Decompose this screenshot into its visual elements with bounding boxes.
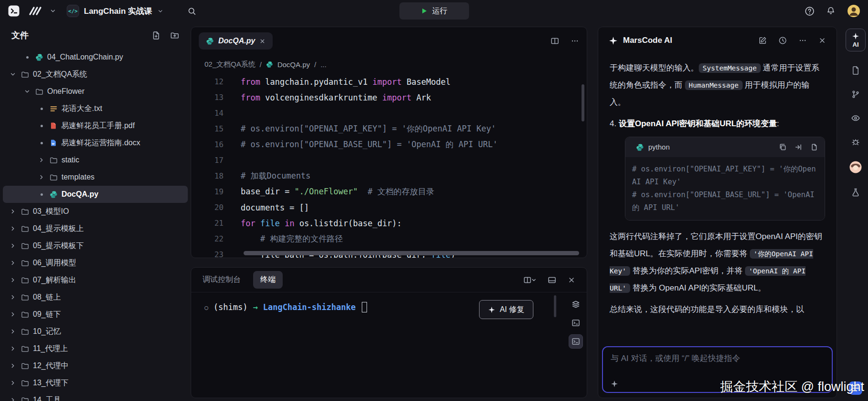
tree-item[interactable]: 08_链上: [3, 289, 188, 306]
tree-item[interactable]: 02_文档QA系统: [3, 66, 188, 83]
chevron-down-icon: [9, 71, 17, 78]
tree-item[interactable]: 06_调用模型: [3, 254, 188, 271]
panel-icon[interactable]: [548, 276, 556, 284]
tree-item[interactable]: templates: [3, 169, 188, 186]
compose-icon[interactable]: [758, 36, 767, 45]
activity-git-branch-button[interactable]: [851, 90, 860, 99]
python-icon: [35, 53, 43, 61]
folder-icon: [21, 345, 29, 353]
folder-icon: [21, 328, 29, 336]
editor-vertical-scrollbar[interactable]: [582, 84, 584, 121]
ai-paragraph: 于构建聊天模型的输入。SystemMessage 通常用于设置系统的角色或指令，…: [610, 60, 825, 111]
tree-item[interactable]: 03_模型IO: [3, 203, 188, 220]
tree-item[interactable]: 10_记忆: [3, 323, 188, 340]
workspace-logo-icon[interactable]: [27, 6, 43, 16]
terminal-scrollbar[interactable]: [554, 295, 556, 317]
layout-chev-icon[interactable]: [523, 276, 536, 284]
chevron-right-icon: [9, 345, 17, 352]
python-icon: [50, 190, 58, 199]
editor-horizontal-scrollbar[interactable]: [244, 251, 579, 255]
tree-item-label: 13_代理下: [33, 378, 69, 388]
close-icon[interactable]: [568, 276, 575, 284]
activity-user-avatar-button[interactable]: [849, 161, 862, 173]
tree-item-label: DocQA.py: [61, 190, 98, 199]
tree-item-label: 06_调用模型: [33, 258, 76, 268]
search-icon[interactable]: [187, 7, 196, 16]
tree-item[interactable]: 花语大全.txt: [3, 100, 188, 117]
chevron-right-icon: [9, 294, 17, 301]
history-icon[interactable]: [778, 36, 787, 45]
duplicate-icon[interactable]: [810, 143, 818, 151]
tree-item[interactable]: DocQA.py: [3, 186, 188, 203]
play-icon: [421, 8, 428, 14]
more-icon[interactable]: [571, 37, 579, 45]
chevron-down-icon[interactable]: [50, 8, 56, 14]
chevron-right-icon: [37, 157, 46, 163]
activity-eye-button[interactable]: [851, 113, 860, 123]
project-switcher[interactable]: </> LangChain 实战课: [63, 3, 167, 19]
tree-item[interactable]: 09_链下: [3, 306, 188, 323]
new-folder-icon[interactable]: [170, 31, 179, 40]
new-file-icon[interactable]: [152, 31, 161, 40]
terminal-tab[interactable]: 终端: [253, 271, 283, 289]
marscode-logo-icon: [609, 36, 618, 45]
tree-item[interactable]: 05_提示模板下: [3, 237, 188, 254]
line-number: 14: [191, 109, 241, 118]
activity-bug-button[interactable]: [851, 137, 860, 147]
tree-item[interactable]: 12_代理中: [3, 357, 188, 374]
terminal-button[interactable]: [569, 316, 583, 330]
activity-ai-badge[interactable]: AI: [846, 29, 866, 51]
ai-badge-label: AI: [853, 41, 859, 48]
chevron-right-icon: [9, 260, 17, 266]
stack-button[interactable]: [569, 297, 583, 311]
folder-icon: [21, 379, 29, 387]
python-icon: [266, 61, 273, 68]
tree-item[interactable]: 11_代理上: [3, 340, 188, 357]
folder-icon: [21, 293, 29, 301]
flask-icon: [851, 188, 860, 197]
help-icon[interactable]: [805, 6, 815, 16]
tree-item[interactable]: 13_代理下: [3, 374, 188, 391]
close-icon[interactable]: [259, 38, 266, 44]
folder-icon: [35, 88, 43, 96]
close-icon[interactable]: [818, 37, 826, 44]
terminal-tab[interactable]: 调试控制台: [203, 275, 241, 285]
sparkle-icon[interactable]: [611, 380, 618, 388]
tree-item[interactable]: 14_工具: [3, 391, 188, 401]
activity-flask-button[interactable]: [851, 188, 860, 197]
chevron-right-icon: [9, 362, 17, 369]
bug-icon: [851, 137, 860, 147]
tree-item[interactable]: 易速鲜花员工手册.pdf: [3, 117, 188, 134]
tree-item[interactable]: OneFlower: [3, 83, 188, 100]
code-area[interactable]: 12from langchain.pydantic_v1 import Base…: [191, 74, 587, 258]
breadcrumb[interactable]: 02_文档QA系统 / DocQA.py / ...: [191, 55, 587, 74]
bell-icon[interactable]: [826, 6, 836, 16]
tree-item[interactable]: 04_提示模板上: [3, 220, 188, 237]
activity-document-button[interactable]: [851, 66, 860, 75]
document-icon: [851, 66, 860, 75]
more-icon[interactable]: [798, 36, 807, 45]
tree-item[interactable]: 04_ChatLongChain.py: [3, 49, 188, 66]
ai-fix-button[interactable]: AI 修复: [479, 300, 533, 319]
tree-item[interactable]: static: [3, 151, 188, 169]
tree-item[interactable]: 易速鲜花运营指南.docx: [3, 134, 188, 151]
code-block-language: python: [648, 139, 670, 156]
activity-bar: AI: [843, 22, 868, 401]
terminal-button[interactable]: [569, 334, 583, 349]
line-number: 16: [191, 140, 241, 149]
tree-item[interactable]: 07_解析输出: [3, 271, 188, 289]
layout-icon[interactable]: [551, 37, 559, 45]
project-name: LangChain 实战课: [84, 6, 153, 17]
run-button[interactable]: 运行: [399, 2, 469, 20]
insert-icon[interactable]: [795, 143, 802, 151]
tab-docqa[interactable]: DocQA.py: [199, 32, 273, 50]
ide-logo-icon[interactable]: [8, 5, 20, 17]
ai-chat-input[interactable]: [611, 353, 824, 378]
avatar[interactable]: [847, 4, 860, 18]
code-line: 16# os.environ["OPENAI_BASE_URL"] = 'Ope…: [191, 137, 587, 152]
copy-icon[interactable]: [779, 143, 786, 151]
line-number: 17: [191, 156, 241, 165]
sparkle-icon: [488, 306, 495, 313]
code-line: 12from langchain.pydantic_v1 import Base…: [191, 74, 587, 90]
prompt-arrow: →: [253, 302, 257, 312]
